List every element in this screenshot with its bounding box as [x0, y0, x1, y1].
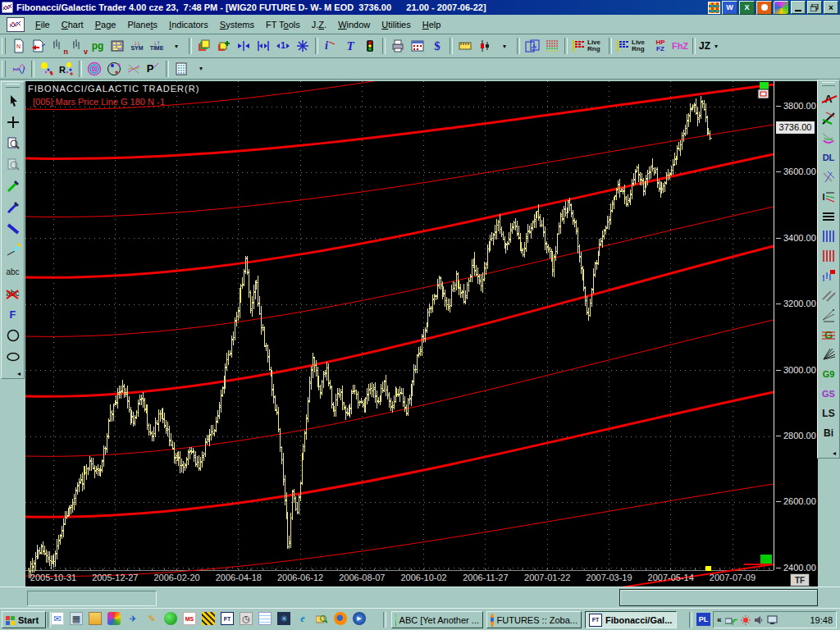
fan-tool[interactable] — [818, 345, 839, 364]
menu-help[interactable]: Help — [417, 17, 447, 32]
restore-button[interactable] — [807, 1, 822, 14]
globe-icon[interactable] — [164, 612, 177, 625]
menu-utilities[interactable]: Utilities — [376, 17, 416, 32]
photoshop-icon[interactable]: ✳ — [277, 612, 290, 625]
menu-page[interactable]: Page — [89, 17, 122, 32]
internet-explorer-icon[interactable]: e — [296, 612, 309, 625]
pitchfork-tool[interactable] — [818, 305, 839, 325]
text-tool-button[interactable]: T — [340, 36, 360, 56]
task-button-3[interactable]: FTFibonacci/Gal... — [585, 611, 677, 628]
planet-wheel-button[interactable] — [104, 59, 124, 79]
candle-tool-button[interactable] — [475, 36, 495, 56]
page-button[interactable]: pg — [88, 36, 107, 56]
zoom-chart-tool[interactable] — [2, 133, 24, 154]
clock[interactable]: 19:48 — [810, 615, 833, 625]
media-suite-icon[interactable] — [774, 1, 789, 15]
minimize-button[interactable] — [791, 1, 806, 14]
toolbar-grip[interactable] — [2, 38, 6, 54]
fhz-button[interactable]: FhZ — [670, 36, 690, 56]
dl-tool[interactable]: DL — [818, 148, 839, 167]
toolbar-grip[interactable] — [822, 82, 835, 86]
firefox-icon[interactable] — [334, 612, 347, 625]
green-line-tool[interactable] — [2, 176, 24, 197]
toolbar-scroll-icon[interactable]: ◂ — [833, 450, 836, 457]
fit-chart-button[interactable] — [293, 36, 313, 56]
gs-tool[interactable]: GS — [818, 384, 839, 404]
price-axis[interactable]: 3800.003600.003400.003200.003000.002800.… — [775, 81, 818, 587]
p-tool-button[interactable]: P — [144, 59, 163, 79]
trend-lines-tool[interactable] — [818, 108, 839, 128]
horizontal-lines-tool[interactable] — [818, 207, 839, 226]
page-layout-button[interactable] — [171, 59, 191, 79]
data-calendar-button[interactable] — [408, 36, 427, 56]
live-range-blue-button[interactable]: Live Rng — [614, 36, 651, 56]
menu-ft-tools[interactable]: FT Tools — [260, 17, 306, 32]
scale-one-button[interactable]: 1 — [273, 36, 293, 56]
zoom-chart-tool-2[interactable] — [2, 154, 24, 176]
language-indicator[interactable]: PL — [696, 613, 710, 626]
angle-lines-tool[interactable] — [818, 167, 839, 187]
hp-fz-button[interactable]: HPFZ — [651, 36, 670, 56]
explorer-icon[interactable] — [315, 612, 328, 625]
arc-tool[interactable] — [818, 128, 839, 148]
palette-icon[interactable] — [107, 612, 121, 625]
network-icon[interactable] — [725, 615, 737, 625]
task-button-1[interactable]: ABC [Yet Another ... — [391, 611, 483, 628]
price-chart-canvas[interactable] — [25, 81, 775, 587]
menu-j-z-[interactable]: J.Z. — [306, 17, 332, 32]
text-annotation-tool[interactable]: A — [818, 89, 839, 108]
ft-tool-icon[interactable]: FT — [221, 612, 234, 625]
text-tool[interactable]: abc — [2, 261, 24, 282]
info-lines-tool[interactable]: I — [818, 187, 839, 207]
vertical-lines-tool[interactable] — [818, 226, 839, 246]
schedule-icon[interactable] — [756, 1, 772, 15]
alert-icon[interactable] — [741, 615, 751, 625]
toolbar-grip[interactable] — [6, 84, 20, 88]
blue-line-tool[interactable] — [2, 197, 24, 218]
menu-indicators[interactable]: Indicators — [163, 17, 214, 32]
folder-icon[interactable] — [89, 612, 102, 625]
live-range-red-button[interactable]: Live Rng — [570, 36, 606, 56]
crosshair-tool[interactable] — [2, 112, 24, 133]
open-chart-button[interactable] — [29, 36, 48, 56]
word-icon[interactable]: W — [722, 1, 737, 15]
timeframe-button[interactable]: TF — [790, 573, 810, 587]
expand-bars-button[interactable] — [253, 36, 273, 56]
add-page-button[interactable] — [214, 36, 234, 56]
aspect-lines-button[interactable] — [124, 59, 144, 79]
excavator-icon[interactable] — [202, 612, 215, 625]
thick-line-tool[interactable] — [2, 218, 24, 240]
start-button[interactable]: Start — [2, 611, 46, 628]
fibonacci-tool[interactable]: F — [2, 304, 24, 325]
dollar-button[interactable]: $ — [427, 36, 447, 56]
collapse-tray-icon[interactable]: « — [717, 615, 722, 624]
g9-tool[interactable]: G9 — [818, 364, 839, 384]
bird-icon[interactable]: ✈ — [126, 612, 139, 625]
excel-icon[interactable]: X — [739, 1, 755, 15]
waves-button[interactable] — [9, 59, 29, 79]
new-chart-button[interactable]: N — [9, 36, 29, 56]
toolbar-scroll-icon[interactable]: ◂ — [17, 371, 21, 377]
parallel-lines-tool[interactable] — [818, 285, 839, 305]
pointer-tool[interactable] — [2, 90, 24, 112]
jz-dropdown[interactable]: JZ▾ — [698, 36, 719, 56]
outlook-express-icon[interactable]: ✉ — [51, 612, 64, 625]
more-dropdown[interactable]: ▾ — [167, 36, 186, 56]
pencil-line-tool[interactable] — [2, 240, 24, 261]
volume-icon[interactable] — [754, 615, 764, 625]
target-button[interactable] — [84, 59, 104, 79]
bars-n-button[interactable]: n — [48, 36, 68, 56]
delete-text-tool[interactable]: abc — [2, 282, 24, 304]
gann-tool[interactable]: G — [818, 325, 839, 345]
menu-window[interactable]: Window — [332, 17, 376, 32]
layout-dropdown[interactable]: ▾ — [191, 59, 211, 79]
chart-windows-button[interactable] — [523, 36, 542, 56]
ls-tool[interactable]: LS — [818, 404, 839, 423]
pages-button[interactable] — [194, 36, 214, 56]
traffic-light-button[interactable] — [360, 36, 380, 56]
print-button[interactable] — [388, 36, 408, 56]
chart-window-icon[interactable] — [7, 17, 25, 32]
menu-chart[interactable]: Chart — [56, 17, 89, 32]
compress-bars-button[interactable] — [234, 36, 253, 56]
toolbar-grip[interactable] — [2, 61, 6, 77]
